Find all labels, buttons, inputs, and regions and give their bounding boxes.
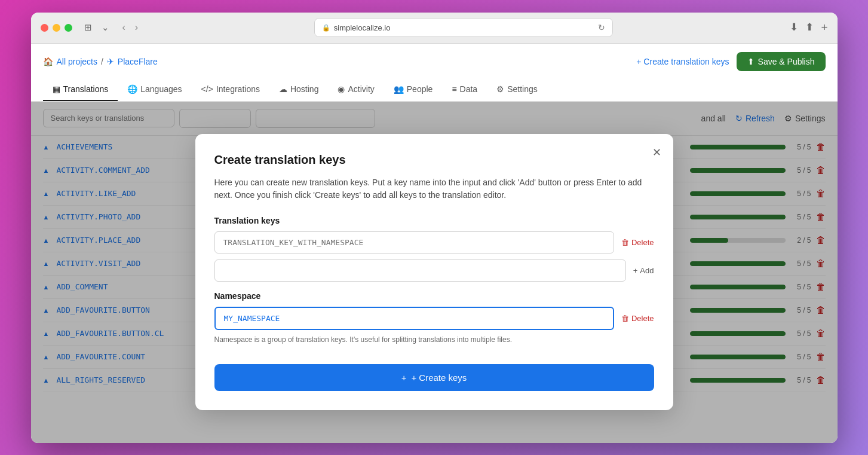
- namespace-hint: Namespace is a group of translation keys…: [214, 335, 654, 345]
- breadcrumb: 🏠 All projects / ✈ PlaceFlare: [43, 57, 158, 66]
- plus-icon: +: [633, 266, 638, 275]
- maximize-button[interactable]: [65, 24, 72, 32]
- delete-key-1-button[interactable]: 🗑 Delete: [621, 238, 654, 247]
- key-input-row-2: + + Add Add: [214, 259, 654, 282]
- namespace-input-row: 🗑 Delete: [214, 307, 654, 330]
- activity-icon: ◉: [338, 84, 345, 94]
- translation-key-input-1[interactable]: [214, 231, 614, 254]
- project-icon: ✈: [107, 57, 114, 66]
- modal-description: Here you can create new translation keys…: [214, 176, 654, 201]
- namespace-input[interactable]: [214, 307, 614, 330]
- content-area: and all ↻ Refresh ⚙ Settings ▲ ACHIEVEME…: [31, 102, 838, 443]
- namespace-label: Namespace: [214, 291, 654, 301]
- translation-keys-label: Translation keys: [214, 216, 654, 225]
- integrations-icon: </>: [201, 84, 213, 94]
- back-arrow-icon[interactable]: ‹: [119, 20, 129, 35]
- tab-activity[interactable]: ◉ Activity: [328, 78, 384, 101]
- settings-icon: ⚙: [496, 84, 504, 94]
- address-bar[interactable]: 🔒 simplelocalize.io ↻: [314, 18, 613, 37]
- nav-tabs: ▦ Translations 🌐 Languages </> Integrati…: [43, 78, 826, 101]
- add-key-button[interactable]: + + Add Add: [633, 266, 654, 275]
- tab-integrations[interactable]: </> Integrations: [192, 78, 269, 101]
- minimize-button[interactable]: [53, 24, 60, 32]
- tab-hosting[interactable]: ☁ Hosting: [269, 78, 328, 101]
- upload-icon: ⬆: [747, 57, 754, 66]
- tab-translations[interactable]: ▦ Translations: [43, 78, 118, 101]
- translation-key-input-2[interactable]: [214, 259, 626, 282]
- project-name-link[interactable]: PlaceFlare: [118, 57, 158, 66]
- delete-namespace-button[interactable]: 🗑 Delete: [621, 314, 654, 323]
- modal-title: Create translation keys: [214, 153, 654, 167]
- data-icon: ≡: [452, 84, 456, 94]
- languages-icon: 🌐: [127, 84, 137, 94]
- reload-icon[interactable]: ↻: [598, 23, 605, 32]
- save-publish-button[interactable]: ⬆ Save & Publish: [737, 52, 826, 71]
- share-icon[interactable]: ⬆: [805, 21, 814, 34]
- breadcrumb-separator: /: [101, 57, 103, 66]
- people-icon: 👥: [394, 84, 404, 94]
- key-input-row-1: 🗑 Delete: [214, 231, 654, 254]
- sidebar-toggle-icon[interactable]: ⊞: [82, 20, 94, 35]
- traffic-lights: [41, 24, 72, 32]
- toolbar-right-icons: ⬇ ⬆ +: [790, 21, 827, 34]
- forward-arrow-icon[interactable]: ›: [131, 20, 142, 35]
- modal-close-button[interactable]: ✕: [652, 146, 661, 159]
- plus-icon-create: +: [401, 372, 407, 383]
- create-keys-button[interactable]: + + Create keys: [214, 364, 654, 391]
- tab-data[interactable]: ≡ Data: [442, 78, 487, 101]
- top-bar: 🏠 All projects / ✈ PlaceFlare + Create t…: [31, 44, 838, 102]
- new-tab-icon[interactable]: +: [821, 21, 827, 34]
- tab-people[interactable]: 👥 People: [384, 78, 443, 101]
- create-translation-keys-link[interactable]: + Create translation keys: [636, 57, 729, 66]
- app-content: 🏠 All projects / ✈ PlaceFlare + Create t…: [31, 44, 838, 443]
- translations-icon: ▦: [53, 84, 60, 94]
- tab-settings[interactable]: ⚙ Settings: [487, 78, 547, 101]
- trash-icon-1: 🗑: [621, 238, 629, 247]
- create-translation-keys-modal: ✕ Create translation keys Here you can c…: [195, 134, 673, 410]
- namespace-section: Namespace 🗑 Delete Namespace is a group …: [214, 291, 654, 345]
- trash-icon-2: 🗑: [621, 314, 629, 323]
- tab-languages[interactable]: 🌐 Languages: [118, 78, 191, 101]
- nav-arrows: ‹ ›: [119, 20, 142, 35]
- hosting-icon: ☁: [279, 84, 287, 94]
- download-icon[interactable]: ⬇: [790, 21, 798, 34]
- lock-icon: 🔒: [322, 24, 330, 32]
- modal-overlay: ✕ Create translation keys Here you can c…: [31, 102, 838, 443]
- chevron-down-icon[interactable]: ⌄: [99, 20, 112, 35]
- url-text: simplelocalize.io: [334, 23, 391, 32]
- title-bar: ⊞ ⌄ ‹ › 🔒 simplelocalize.io ↻ ⬇ ⬆ +: [31, 13, 838, 44]
- home-icon: 🏠: [43, 57, 53, 66]
- all-projects-link[interactable]: All projects: [57, 57, 97, 66]
- breadcrumb-row: 🏠 All projects / ✈ PlaceFlare + Create t…: [43, 52, 826, 71]
- modal-footer: + + Create keys: [214, 364, 654, 391]
- close-button[interactable]: [41, 24, 48, 32]
- top-bar-actions: + Create translation keys ⬆ Save & Publi…: [636, 52, 825, 71]
